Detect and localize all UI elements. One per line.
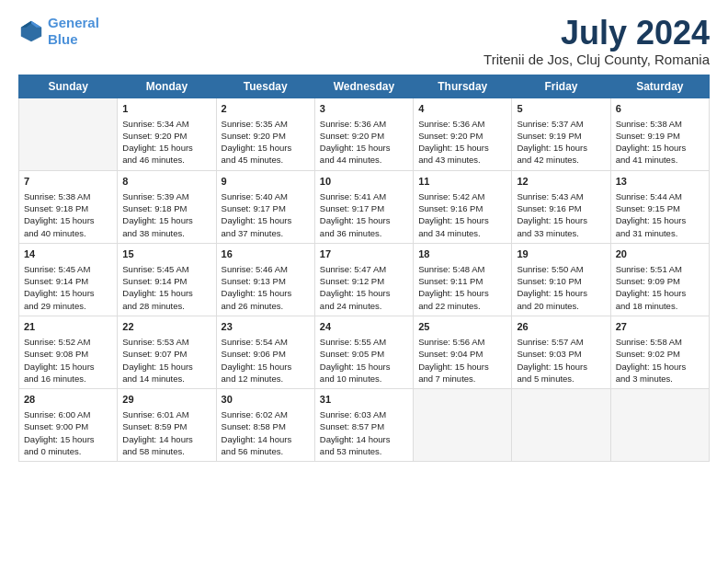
- day-number: 19: [517, 247, 605, 262]
- day-info: Sunrise: 5:45 AM Sunset: 9:14 PM Dayligh…: [122, 263, 210, 312]
- table-row: 29Sunrise: 6:01 AM Sunset: 8:59 PM Dayli…: [118, 389, 216, 462]
- day-info: Sunrise: 5:46 AM Sunset: 9:13 PM Dayligh…: [222, 263, 310, 312]
- table-row: 2Sunrise: 5:35 AM Sunset: 9:20 PM Daylig…: [216, 98, 314, 170]
- day-number: 15: [122, 247, 210, 262]
- day-info: Sunrise: 5:58 AM Sunset: 9:02 PM Dayligh…: [616, 336, 704, 385]
- day-info: Sunrise: 6:03 AM Sunset: 8:57 PM Dayligh…: [320, 408, 408, 457]
- day-number: 29: [122, 393, 210, 408]
- day-info: Sunrise: 5:34 AM Sunset: 9:20 PM Dayligh…: [122, 118, 210, 167]
- day-info: Sunrise: 5:50 AM Sunset: 9:10 PM Dayligh…: [517, 263, 605, 312]
- calendar-table: Sunday Monday Tuesday Wednesday Thursday…: [18, 75, 710, 463]
- logo: General Blue: [18, 15, 99, 48]
- day-number: 4: [418, 102, 506, 117]
- calendar-row: 28Sunrise: 6:00 AM Sunset: 9:00 PM Dayli…: [19, 389, 710, 462]
- table-row: 28Sunrise: 6:00 AM Sunset: 9:00 PM Dayli…: [19, 389, 118, 462]
- day-number: 30: [222, 393, 310, 408]
- day-number: 31: [320, 393, 408, 408]
- col-thursday: Thursday: [414, 75, 512, 98]
- day-number: 10: [320, 175, 408, 190]
- day-info: Sunrise: 6:01 AM Sunset: 8:59 PM Dayligh…: [122, 408, 210, 457]
- table-row: 5Sunrise: 5:37 AM Sunset: 9:19 PM Daylig…: [512, 98, 610, 170]
- table-row: 15Sunrise: 5:45 AM Sunset: 9:14 PM Dayli…: [118, 243, 216, 316]
- calendar-row: 14Sunrise: 5:45 AM Sunset: 9:14 PM Dayli…: [19, 243, 710, 316]
- day-info: Sunrise: 5:51 AM Sunset: 9:09 PM Dayligh…: [616, 263, 704, 312]
- table-row: 26Sunrise: 5:57 AM Sunset: 9:03 PM Dayli…: [512, 316, 610, 388]
- location-subtitle: Tritenii de Jos, Cluj County, Romania: [483, 52, 710, 67]
- day-info: Sunrise: 5:38 AM Sunset: 9:19 PM Dayligh…: [616, 118, 704, 167]
- day-info: Sunrise: 5:55 AM Sunset: 9:05 PM Dayligh…: [320, 336, 408, 385]
- day-info: Sunrise: 5:36 AM Sunset: 9:20 PM Dayligh…: [418, 118, 506, 167]
- day-info: Sunrise: 5:39 AM Sunset: 9:18 PM Dayligh…: [122, 190, 210, 239]
- day-number: 2: [222, 102, 310, 117]
- table-row: 11Sunrise: 5:42 AM Sunset: 9:16 PM Dayli…: [414, 170, 512, 243]
- table-row: [19, 98, 118, 170]
- day-number: 26: [517, 320, 605, 335]
- page: General Blue July 2024 Tritenii de Jos, …: [0, 0, 728, 471]
- table-row: [512, 389, 610, 462]
- col-sunday: Sunday: [19, 75, 118, 98]
- calendar-row: 1Sunrise: 5:34 AM Sunset: 9:20 PM Daylig…: [19, 98, 710, 170]
- day-info: Sunrise: 5:53 AM Sunset: 9:07 PM Dayligh…: [122, 336, 210, 385]
- day-number: 13: [616, 175, 704, 190]
- table-row: 18Sunrise: 5:48 AM Sunset: 9:11 PM Dayli…: [414, 243, 512, 316]
- month-title: July 2024: [483, 15, 710, 52]
- day-info: Sunrise: 5:45 AM Sunset: 9:14 PM Dayligh…: [24, 263, 112, 312]
- logo-icon: [18, 18, 44, 44]
- day-number: 6: [616, 102, 704, 117]
- table-row: 7Sunrise: 5:38 AM Sunset: 9:18 PM Daylig…: [19, 170, 118, 243]
- day-number: 18: [418, 247, 506, 262]
- day-number: 16: [222, 247, 310, 262]
- col-tuesday: Tuesday: [216, 75, 314, 98]
- day-info: Sunrise: 5:37 AM Sunset: 9:19 PM Dayligh…: [517, 118, 605, 167]
- day-number: 5: [517, 102, 605, 117]
- table-row: [610, 389, 709, 462]
- day-info: Sunrise: 5:41 AM Sunset: 9:17 PM Dayligh…: [320, 190, 408, 239]
- table-row: 14Sunrise: 5:45 AM Sunset: 9:14 PM Dayli…: [19, 243, 118, 316]
- table-row: 25Sunrise: 5:56 AM Sunset: 9:04 PM Dayli…: [414, 316, 512, 388]
- day-info: Sunrise: 5:57 AM Sunset: 9:03 PM Dayligh…: [517, 336, 605, 385]
- table-row: [414, 389, 512, 462]
- col-friday: Friday: [512, 75, 610, 98]
- title-area: July 2024 Tritenii de Jos, Cluj County, …: [483, 15, 710, 67]
- logo-text: General Blue: [48, 15, 99, 48]
- day-number: 12: [517, 175, 605, 190]
- table-row: 17Sunrise: 5:47 AM Sunset: 9:12 PM Dayli…: [314, 243, 413, 316]
- day-number: 23: [222, 320, 310, 335]
- table-row: 24Sunrise: 5:55 AM Sunset: 9:05 PM Dayli…: [314, 316, 413, 388]
- day-number: 7: [24, 175, 112, 190]
- day-number: 9: [222, 175, 310, 190]
- day-info: Sunrise: 6:02 AM Sunset: 8:58 PM Dayligh…: [222, 408, 310, 457]
- day-number: 20: [616, 247, 704, 262]
- table-row: 12Sunrise: 5:43 AM Sunset: 9:16 PM Dayli…: [512, 170, 610, 243]
- day-info: Sunrise: 5:38 AM Sunset: 9:18 PM Dayligh…: [24, 190, 112, 239]
- col-saturday: Saturday: [610, 75, 709, 98]
- day-number: 25: [418, 320, 506, 335]
- day-info: Sunrise: 5:36 AM Sunset: 9:20 PM Dayligh…: [320, 118, 408, 167]
- day-info: Sunrise: 5:54 AM Sunset: 9:06 PM Dayligh…: [222, 336, 310, 385]
- header-row: Sunday Monday Tuesday Wednesday Thursday…: [19, 75, 710, 98]
- day-info: Sunrise: 6:00 AM Sunset: 9:00 PM Dayligh…: [24, 408, 112, 457]
- col-monday: Monday: [118, 75, 216, 98]
- day-number: 27: [616, 320, 704, 335]
- day-info: Sunrise: 5:44 AM Sunset: 9:15 PM Dayligh…: [616, 190, 704, 239]
- table-row: 20Sunrise: 5:51 AM Sunset: 9:09 PM Dayli…: [610, 243, 709, 316]
- day-info: Sunrise: 5:40 AM Sunset: 9:17 PM Dayligh…: [222, 190, 310, 239]
- day-info: Sunrise: 5:47 AM Sunset: 9:12 PM Dayligh…: [320, 263, 408, 312]
- table-row: 10Sunrise: 5:41 AM Sunset: 9:17 PM Dayli…: [314, 170, 413, 243]
- table-row: 1Sunrise: 5:34 AM Sunset: 9:20 PM Daylig…: [118, 98, 216, 170]
- day-info: Sunrise: 5:35 AM Sunset: 9:20 PM Dayligh…: [222, 118, 310, 167]
- calendar-row: 7Sunrise: 5:38 AM Sunset: 9:18 PM Daylig…: [19, 170, 710, 243]
- day-number: 11: [418, 175, 506, 190]
- table-row: 9Sunrise: 5:40 AM Sunset: 9:17 PM Daylig…: [216, 170, 314, 243]
- day-number: 24: [320, 320, 408, 335]
- table-row: 4Sunrise: 5:36 AM Sunset: 9:20 PM Daylig…: [414, 98, 512, 170]
- day-info: Sunrise: 5:43 AM Sunset: 9:16 PM Dayligh…: [517, 190, 605, 239]
- table-row: 23Sunrise: 5:54 AM Sunset: 9:06 PM Dayli…: [216, 316, 314, 388]
- day-number: 17: [320, 247, 408, 262]
- table-row: 8Sunrise: 5:39 AM Sunset: 9:18 PM Daylig…: [118, 170, 216, 243]
- day-number: 21: [24, 320, 112, 335]
- table-row: 22Sunrise: 5:53 AM Sunset: 9:07 PM Dayli…: [118, 316, 216, 388]
- col-wednesday: Wednesday: [314, 75, 413, 98]
- table-row: 3Sunrise: 5:36 AM Sunset: 9:20 PM Daylig…: [314, 98, 413, 170]
- table-row: 13Sunrise: 5:44 AM Sunset: 9:15 PM Dayli…: [610, 170, 709, 243]
